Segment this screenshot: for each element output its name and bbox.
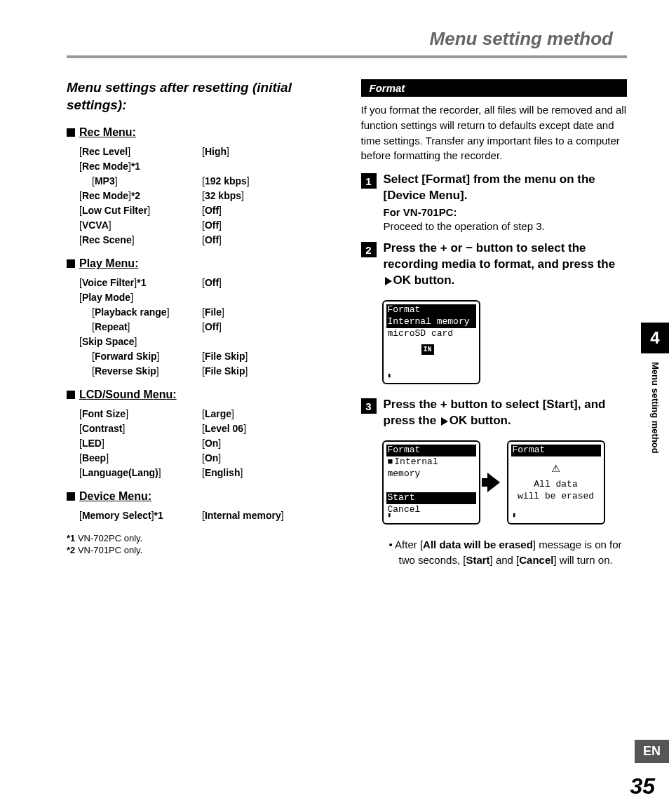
setting-row: [Low Cut Filter][Off] xyxy=(67,203,333,218)
setting-row: [LED][On] xyxy=(67,436,333,451)
setting-row: [Contrast][Level 06] xyxy=(67,421,333,436)
step-2: 2 Press the + or − button to select the … xyxy=(361,241,628,289)
side-label: Menu setting method xyxy=(650,362,661,454)
right-column: Format If you format the recorder, all f… xyxy=(361,79,628,568)
lcd-group-2: Format Internal memory Start Cancel ▮ Fo… xyxy=(382,440,628,525)
warning-icon: ⚠ xyxy=(511,459,601,478)
setting-row: [Forward Skip][File Skip] xyxy=(67,349,333,364)
page-number: 35 xyxy=(630,773,655,799)
setting-row: [Font Size][Large] xyxy=(67,407,333,421)
setting-row: [Rec Level][High] xyxy=(67,144,333,159)
setting-row: [Memory Select]*1[Internal memory] xyxy=(67,508,333,523)
lcd-screen: Format ⚠ All data will be erased ▮ xyxy=(507,440,605,525)
setting-row: [Language(Lang)][English] xyxy=(67,466,333,480)
play-menu-heading: Play Menu: xyxy=(67,257,333,270)
setting-row: [Rec Mode]*2[32 kbps] xyxy=(67,189,333,203)
setting-row: [Voice Filter]*1[Off] xyxy=(67,276,333,290)
internal-memory-icon: IN xyxy=(421,344,434,355)
header-rule xyxy=(67,55,627,58)
setting-row: [Play Mode] xyxy=(67,290,333,305)
step-number: 2 xyxy=(361,242,377,257)
side-tab: 4 Menu setting method xyxy=(641,323,669,454)
content-columns: Menu settings after resetting (initial s… xyxy=(67,79,627,568)
footnotes: *1 VN-702PC only. *2 VN-701PC only. xyxy=(67,533,333,555)
arrow-right-icon xyxy=(487,473,500,492)
setting-row: [Rec Scene][Off] xyxy=(67,233,333,248)
step-1: 1 Select [Format] from the menu on the [… xyxy=(361,172,628,234)
setting-row: [Reverse Skip][File Skip] xyxy=(67,364,333,379)
play-icon xyxy=(385,277,392,285)
setting-row: [Repeat][Off] xyxy=(67,320,333,334)
device-menu-heading: Device Menu: xyxy=(67,490,333,503)
setting-row: [MP3][192 kbps] xyxy=(67,174,333,189)
format-bar: Format xyxy=(361,79,628,97)
page-header-title: Menu setting method xyxy=(67,28,627,50)
lcd-screen: Format Internal memory microSD card IN ▮ xyxy=(382,300,480,384)
manual-page: Menu setting method Menu settings after … xyxy=(0,0,669,812)
setting-row: [Beep][On] xyxy=(67,451,333,466)
lcd-group-1: Format Internal memory microSD card IN ▮ xyxy=(382,300,628,384)
lcd-screen: Format Internal memory Start Cancel ▮ xyxy=(382,440,480,525)
setting-row: [Skip Space] xyxy=(67,334,333,349)
rec-menu-heading: Rec Menu: xyxy=(67,126,333,139)
format-intro: If you format the recorder, all files wi… xyxy=(361,102,628,163)
left-column: Menu settings after resetting (initial s… xyxy=(67,79,333,568)
step-text: Press the + button to select [Start], an… xyxy=(384,397,628,429)
language-badge: EN xyxy=(635,740,669,763)
step-note: • After [All data will be erased] messag… xyxy=(389,537,628,568)
setting-row: [Playback range][File] xyxy=(67,305,333,320)
step-number: 3 xyxy=(361,398,377,414)
play-icon xyxy=(441,417,448,426)
step-text: Press the + or − button to select the re… xyxy=(384,241,628,289)
lcd-sound-menu-heading: LCD/Sound Menu: xyxy=(67,388,333,401)
setting-row: [VCVA][Off] xyxy=(67,218,333,233)
reset-heading: Menu settings after resetting (initial s… xyxy=(67,79,333,114)
chapter-number: 4 xyxy=(641,323,669,353)
step-3: 3 Press the + button to select [Start], … xyxy=(361,397,628,429)
step-number: 1 xyxy=(361,173,377,189)
step-text: Select [Format] from the menu on the [De… xyxy=(384,172,628,234)
setting-row: [Rec Mode]*1 xyxy=(67,159,333,174)
